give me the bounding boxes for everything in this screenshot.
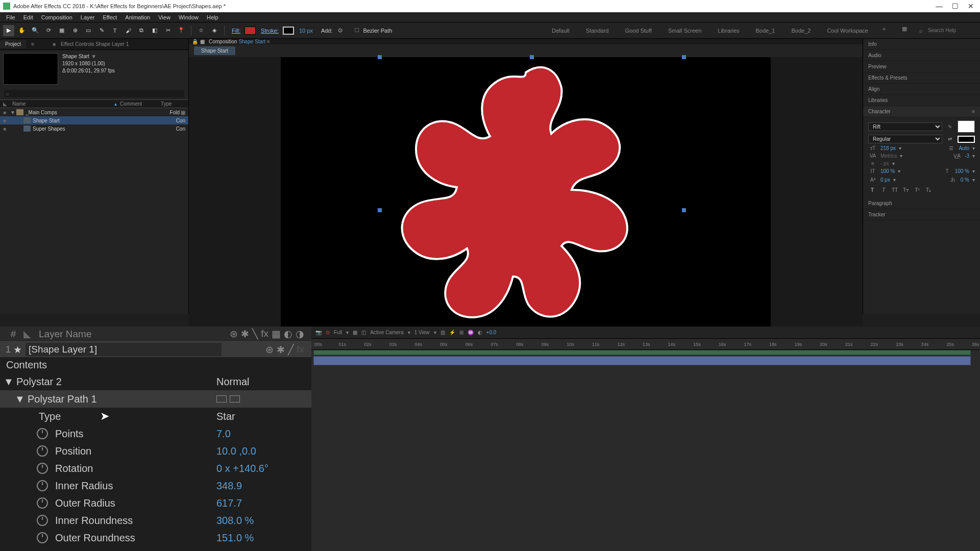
rotate-tool[interactable]: ⟳: [43, 25, 54, 36]
panel-libraries[interactable]: Libraries: [863, 95, 980, 106]
project-col-name[interactable]: Name: [12, 101, 114, 107]
sel-handle[interactable]: [378, 55, 382, 59]
selection-tool[interactable]: ▶: [3, 25, 14, 36]
tracking-value[interactable]: -3: [965, 153, 969, 159]
sel-handle[interactable]: [682, 55, 686, 59]
prop-type[interactable]: Type Star ➤: [0, 408, 311, 425]
prop-inner-radius[interactable]: Inner Radius 348.9: [0, 477, 311, 494]
maximize-button[interactable]: ☐: [952, 2, 959, 10]
comp-super-shapes[interactable]: ■ Super Shapes Con: [0, 124, 188, 133]
menu-view[interactable]: View: [154, 13, 175, 21]
menu-window[interactable]: Window: [175, 13, 203, 21]
pan-behind-tool[interactable]: ⊕: [69, 25, 81, 36]
stopwatch-icon[interactable]: [37, 428, 48, 439]
menu-file[interactable]: File: [2, 13, 19, 21]
stroke-color-swatch[interactable]: [958, 136, 975, 143]
sel-handle[interactable]: [378, 208, 382, 212]
panel-tracker[interactable]: Tracker: [863, 209, 980, 220]
panel-audio[interactable]: Audio: [863, 50, 980, 61]
layer-duration-bar[interactable]: [313, 356, 971, 365]
menu-animation[interactable]: Animation: [121, 13, 154, 21]
swap-icon[interactable]: ⇄: [945, 136, 954, 142]
snap-option[interactable]: ◈: [209, 25, 220, 36]
menu-effect[interactable]: Effect: [99, 13, 121, 21]
prop-outer-roundness[interactable]: Outer Roundness 151.0 %: [0, 529, 311, 546]
bold-button[interactable]: T: [868, 187, 876, 193]
ws-libraries[interactable]: Libraries: [716, 26, 741, 36]
stopwatch-icon[interactable]: [37, 463, 48, 474]
subscript-button[interactable]: T₁: [924, 187, 933, 193]
allcaps-button[interactable]: TT: [891, 187, 899, 193]
layer-icon[interactable]: ▦: [200, 39, 205, 44]
layer-shape-layer-1[interactable]: 1 ★ [Shape Layer 1] ⊛ ✱ ╱ fx: [0, 342, 311, 357]
prop-points[interactable]: Points 7.0: [0, 425, 311, 442]
bezier-checkbox-label[interactable]: Bezier Path: [363, 28, 393, 34]
panel-preview[interactable]: Preview: [863, 61, 980, 72]
project-search[interactable]: [4, 90, 184, 97]
resolution-dropdown[interactable]: Full: [334, 330, 342, 335]
switch-adjustment-icon[interactable]: ◑: [296, 328, 304, 340]
panel-character[interactable]: Character≡: [863, 106, 980, 117]
snapshot-icon[interactable]: 📷: [315, 330, 322, 335]
fill-color-swatch[interactable]: [958, 120, 975, 133]
panel-paragraph[interactable]: Paragraph: [863, 198, 980, 209]
eyedropper-icon[interactable]: ✎: [945, 124, 954, 130]
eraser-tool[interactable]: ◧: [149, 25, 160, 36]
viewer-comp-name[interactable]: Shape Start: [238, 39, 265, 44]
font-size[interactable]: 218 px: [880, 145, 896, 151]
pixel-aspect-icon[interactable]: ▥: [440, 330, 445, 335]
channel-icon[interactable]: ⊙: [326, 330, 330, 335]
stroke-swatch[interactable]: [283, 27, 294, 35]
switch-quality-icon[interactable]: ╲: [252, 328, 258, 340]
menu-edit[interactable]: Edit: [19, 13, 37, 21]
fast-preview-icon[interactable]: ⚡: [449, 330, 455, 335]
clone-tool[interactable]: ⧉: [136, 25, 147, 36]
stroke-label[interactable]: Stroke:: [261, 28, 279, 34]
prop-outer-radius[interactable]: Outer Radius 617.7: [0, 494, 311, 512]
baseline-value[interactable]: 0 px: [880, 177, 890, 183]
stopwatch-icon[interactable]: [37, 497, 48, 509]
exposure-value[interactable]: +0.0: [486, 330, 497, 335]
brush-tool[interactable]: 🖌: [122, 25, 134, 36]
ws-bode2[interactable]: Bode_2: [789, 26, 813, 36]
pen-tool[interactable]: ✎: [96, 25, 107, 36]
stopwatch-icon[interactable]: [37, 445, 48, 457]
camera-tool[interactable]: ▦: [56, 25, 67, 36]
stopwatch-icon[interactable]: [37, 532, 48, 543]
switch-motion-blur-icon[interactable]: ◐: [284, 328, 292, 340]
fill-label[interactable]: Fill:: [232, 28, 240, 34]
menu-help[interactable]: Help: [203, 13, 223, 21]
comp-shape-start[interactable]: ■ Shape Start Con: [0, 116, 188, 124]
switch-shy-icon[interactable]: ⊛: [230, 328, 238, 340]
vscale-value[interactable]: 100 %: [880, 168, 895, 174]
group-polystar-path-1[interactable]: ▼ Polystar Path 1: [0, 390, 311, 408]
close-button[interactable]: ✕: [968, 2, 974, 10]
panel-effects-presets[interactable]: Effects & Presets: [863, 72, 980, 84]
work-area-bar[interactable]: [313, 350, 971, 355]
timeline-icon[interactable]: ⊞: [459, 330, 463, 335]
lock-icon[interactable]: 🔒: [192, 39, 198, 44]
folder-main-comps[interactable]: ■ ▼ _Main Comps Fold ▦: [0, 108, 188, 116]
ws-small-screen[interactable]: Small Screen: [666, 26, 703, 36]
menu-layer[interactable]: Layer: [77, 13, 99, 21]
superscript-button[interactable]: T¹: [913, 187, 921, 193]
prop-rotation[interactable]: Rotation 0 x +140.6°: [0, 460, 311, 477]
group-polystar-2[interactable]: ▼ Polystar 2 Normal: [0, 373, 311, 390]
font-weight[interactable]: Regular: [868, 135, 942, 143]
switch-frame-blend-icon[interactable]: ▦: [272, 328, 281, 340]
project-col-type[interactable]: Type: [161, 101, 172, 107]
smallcaps-button[interactable]: Tᴛ: [902, 187, 910, 193]
tsume-value[interactable]: 0 %: [961, 177, 969, 183]
ws-default[interactable]: Default: [550, 26, 572, 36]
timeline-body[interactable]: [311, 350, 980, 551]
hscale-value[interactable]: 100 %: [955, 168, 969, 174]
camera-dropdown[interactable]: Active Camera: [370, 330, 404, 335]
zoom-tool[interactable]: 🔍: [30, 25, 41, 36]
prop-inner-roundness[interactable]: Inner Roundness 308.0 %: [0, 512, 311, 529]
stroke-width[interactable]: 10 px: [299, 28, 313, 34]
font-family[interactable]: Rift: [868, 122, 942, 131]
prop-position[interactable]: Position 10.0 ,0.0: [0, 442, 311, 460]
type-tool[interactable]: T: [109, 25, 120, 36]
switch-fx-icon[interactable]: fx: [261, 328, 268, 340]
ws-bode1[interactable]: Bode_1: [754, 26, 777, 36]
